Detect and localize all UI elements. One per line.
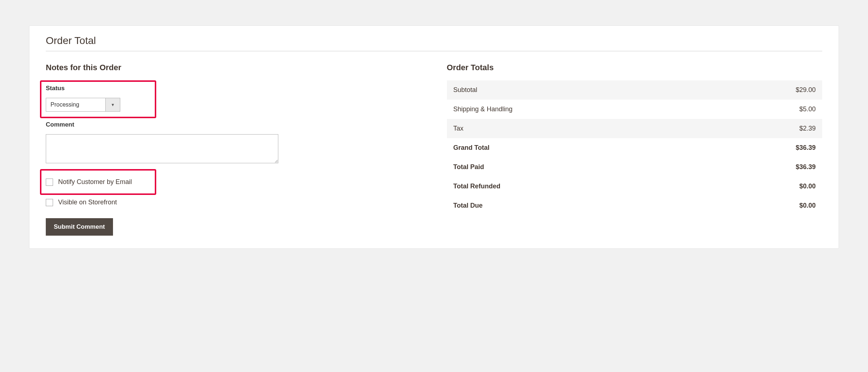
status-highlight: Status Processing ▼ <box>40 80 156 118</box>
totals-row: Total Refunded$0.00 <box>447 177 823 196</box>
totals-row: Grand Total$36.39 <box>447 138 823 157</box>
totals-row-value: $0.00 <box>705 177 822 196</box>
status-label: Status <box>46 85 150 92</box>
totals-row-label: Tax <box>447 119 705 138</box>
order-total-panel: Order Total Notes for this Order Status … <box>29 25 839 249</box>
submit-comment-button[interactable]: Submit Comment <box>46 218 113 236</box>
totals-row: Total Due$0.00 <box>447 196 823 215</box>
panel-title: Order Total <box>46 35 822 51</box>
totals-row-value: $36.39 <box>705 157 822 177</box>
totals-row-label: Grand Total <box>447 138 705 157</box>
visible-checkbox[interactable] <box>46 199 53 206</box>
notes-column: Notes for this Order Status Processing ▼… <box>46 63 421 236</box>
chevron-down-icon: ▼ <box>106 98 120 112</box>
totals-row-label: Subtotal <box>447 80 705 100</box>
comment-field: Comment <box>46 121 421 165</box>
visible-row: Visible on Storefront <box>46 197 421 206</box>
notify-label: Notify Customer by Email <box>58 178 132 186</box>
totals-row-label: Shipping & Handling <box>447 100 705 119</box>
notify-checkbox[interactable] <box>46 179 53 186</box>
totals-table: Subtotal$29.00Shipping & Handling$5.00Ta… <box>447 80 823 215</box>
status-select[interactable]: Processing ▼ <box>46 98 120 112</box>
status-value: Processing <box>46 98 106 112</box>
totals-body: Subtotal$29.00Shipping & Handling$5.00Ta… <box>447 80 823 215</box>
columns: Notes for this Order Status Processing ▼… <box>46 63 822 236</box>
totals-row: Tax$2.39 <box>447 119 823 138</box>
totals-row-value: $2.39 <box>705 119 822 138</box>
comment-label: Comment <box>46 121 421 128</box>
notify-row: Notify Customer by Email <box>46 178 150 186</box>
totals-row: Total Paid$36.39 <box>447 157 823 177</box>
totals-row-value: $29.00 <box>705 80 822 100</box>
totals-row-value: $36.39 <box>705 138 822 157</box>
totals-row-value: $0.00 <box>705 196 822 215</box>
totals-row-label: Total Refunded <box>447 177 705 196</box>
totals-heading: Order Totals <box>447 63 823 72</box>
totals-row: Shipping & Handling$5.00 <box>447 100 823 119</box>
notify-highlight: Notify Customer by Email <box>40 169 156 195</box>
comment-textarea[interactable] <box>46 134 278 163</box>
totals-column: Order Totals Subtotal$29.00Shipping & Ha… <box>447 63 823 236</box>
totals-row: Subtotal$29.00 <box>447 80 823 100</box>
totals-row-label: Total Due <box>447 196 705 215</box>
totals-row-value: $5.00 <box>705 100 822 119</box>
totals-row-label: Total Paid <box>447 157 705 177</box>
notes-heading: Notes for this Order <box>46 63 421 72</box>
visible-label: Visible on Storefront <box>58 199 117 206</box>
